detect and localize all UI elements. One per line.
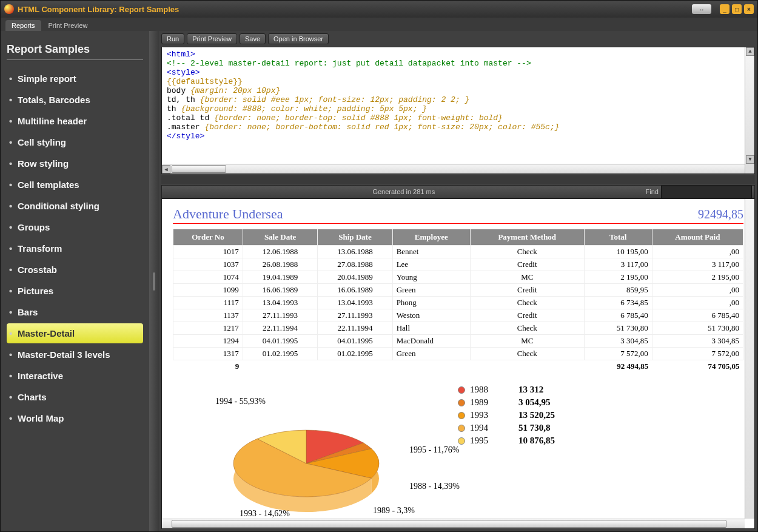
sidebar-item-totals-barcodes[interactable]: Totals, Barcodes <box>7 90 143 110</box>
vertical-splitter[interactable] <box>149 31 159 531</box>
fullscreen-toggle-button[interactable]: ↔ <box>692 4 711 14</box>
save-button[interactable]: Save <box>240 33 266 44</box>
sidebar-item-bars[interactable]: Bars <box>7 302 143 322</box>
table-row: 101712.06.198813.06.1988BennetCheck10 19… <box>173 246 743 258</box>
master-name: Adventure Undersea <box>173 206 283 222</box>
legend-item: 198813 312 <box>458 385 555 395</box>
master-header: Adventure Undersea 92494,85 <box>173 206 743 224</box>
col-header: Employee <box>392 229 470 246</box>
generation-time-label: Generated in 281 ms <box>162 188 646 195</box>
find-input[interactable] <box>661 186 752 198</box>
sidebar-item-pictures[interactable]: Pictures <box>7 281 143 301</box>
scroll-up-icon[interactable]: ▲ <box>746 47 754 56</box>
toolbar: Run Print Preview Save Open in Browser <box>159 31 757 47</box>
col-header: Order No <box>173 229 243 246</box>
scroll-thumb[interactable] <box>172 165 226 173</box>
table-row: 111713.04.199313.04.1993PhongCheck6 734,… <box>173 297 743 309</box>
scroll-thumb[interactable] <box>172 520 726 528</box>
app-window: HTML Component Library: Report Samples ↔… <box>0 0 758 532</box>
master-total: 92494,85 <box>698 207 743 221</box>
tab-reports[interactable]: Reports <box>5 20 41 31</box>
table-row: 131701.02.199501.02.1995GreenCheck7 572,… <box>173 348 743 360</box>
col-header: Ship Date <box>318 229 392 246</box>
pie-slice-label: 1995 - 11,76% <box>409 445 459 455</box>
pie-slice-label: 1993 - 14,62% <box>240 509 290 519</box>
sidebar-header: Report Samples <box>7 43 143 60</box>
main-tabbar: Reports Print Preview <box>1 18 757 31</box>
preview-vscrollbar[interactable] <box>745 199 754 519</box>
window-title: HTML Component Library: Report Samples <box>18 5 179 14</box>
app-logo-icon <box>4 4 14 14</box>
col-header: Payment Method <box>470 229 584 246</box>
pie-slice-label: 1989 - 3,3% <box>373 506 415 516</box>
table-row: 121722.11.199422.11.1994HallCheck51 730,… <box>173 322 743 335</box>
sidebar-item-cell-templates[interactable]: Cell templates <box>7 175 143 195</box>
titlebar: HTML Component Library: Report Samples ↔… <box>1 1 757 18</box>
legend-item: 199313 520,25 <box>458 410 555 420</box>
table-total-row: 992 494,8574 705,05 <box>173 360 743 373</box>
sidebar-item-interactive[interactable]: Interactive <box>7 366 143 386</box>
minimize-button[interactable]: _ <box>720 4 729 14</box>
col-header: Total <box>584 229 652 246</box>
print-preview-button[interactable]: Print Preview <box>187 33 237 44</box>
legend-item: 199510 876,85 <box>458 436 555 446</box>
run-button[interactable]: Run <box>161 33 184 44</box>
table-row: 107419.04.198920.04.1989YoungMC2 195,002… <box>173 271 743 284</box>
sidebar-item-cell-styling[interactable]: Cell styling <box>7 132 143 152</box>
legend-item: 199451 730,8 <box>458 423 555 433</box>
maximize-button[interactable]: □ <box>732 4 742 14</box>
col-header: Sale Date <box>243 229 317 246</box>
pie-slice-label: 1988 - 14,39% <box>409 482 460 491</box>
close-button[interactable]: × <box>744 4 754 14</box>
table-row: 129404.01.199504.01.1995MacDonaldMC3 304… <box>173 335 743 348</box>
col-header: Amount Paid <box>652 229 743 246</box>
chart-legend: 198813 31219893 054,95199313 520,2519945… <box>458 385 555 448</box>
sidebar-item-world-map[interactable]: World Map <box>7 408 143 428</box>
table-row: 109916.06.198916.06.1989GreenCredit859,9… <box>173 284 743 297</box>
find-label: Find <box>646 188 659 195</box>
legend-item: 19893 054,95 <box>458 397 555 408</box>
chart-area: 1994 - 55,93%1995 - 11,76%1988 - 14,39%1… <box>173 385 743 518</box>
table-row: 113727.11.199327.11.1993WestonCredit6 78… <box>173 309 743 322</box>
pie-slice-label: 1994 - 55,93% <box>215 397 266 406</box>
sidebar-item-transform[interactable]: Transform <box>7 238 143 258</box>
sidebar-item-master-detail[interactable]: Master-Detail <box>7 323 143 343</box>
status-bar: Generated in 281 ms Find <box>161 185 755 198</box>
pie-chart: 1994 - 55,93%1995 - 11,76%1988 - 14,39%1… <box>173 385 434 518</box>
code-editor[interactable]: <html><!-- 2-level master-detail report:… <box>161 47 755 174</box>
sidebar-item-charts[interactable]: Charts <box>7 387 143 407</box>
code-vscrollbar[interactable]: ▲ ▼ <box>745 47 754 173</box>
open-in-browser-button[interactable]: Open in Browser <box>268 33 329 44</box>
sidebar-item-groups[interactable]: Groups <box>7 217 143 237</box>
sidebar-item-conditional-styling[interactable]: Conditional styling <box>7 196 143 216</box>
code-hscrollbar[interactable]: ◀ <box>162 164 745 173</box>
scroll-down-icon[interactable]: ▼ <box>746 155 754 164</box>
sidebar: Report Samples Simple reportTotals, Barc… <box>1 31 149 531</box>
detail-table: Order NoSale DateShip DateEmployeePaymen… <box>173 229 743 372</box>
sidebar-item-master-detail-3-levels[interactable]: Master-Detail 3 levels <box>7 345 143 365</box>
table-row: 103726.08.198827.08.1988LeeCredit3 117,0… <box>173 258 743 271</box>
sidebar-item-crosstab[interactable]: Crosstab <box>7 260 143 280</box>
preview-pane[interactable]: Adventure Undersea 92494,85 Order NoSale… <box>161 198 755 529</box>
horizontal-splitter[interactable] <box>161 175 755 184</box>
sidebar-item-simple-report[interactable]: Simple report <box>7 69 143 89</box>
preview-hscrollbar[interactable] <box>162 519 745 528</box>
sidebar-item-row-styling[interactable]: Row styling <box>7 153 143 173</box>
scroll-left-icon[interactable]: ◀ <box>162 165 170 173</box>
sidebar-item-multiline-header[interactable]: Multiline header <box>7 111 143 131</box>
tab-print-preview[interactable]: Print Preview <box>42 20 94 31</box>
